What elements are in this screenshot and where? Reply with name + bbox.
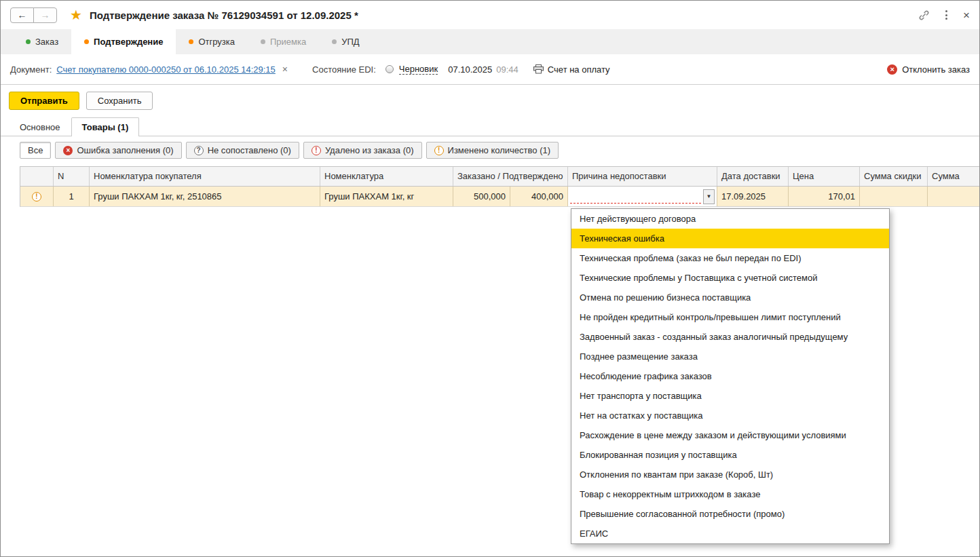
document-link[interactable]: Счет покупателю 0000-000250 от 06.10.202… [56, 64, 276, 75]
dropdown-option[interactable]: Товар с некорректным штрихкодом в заказе [571, 484, 889, 504]
titlebar-actions: × [918, 8, 970, 22]
print-invoice-button[interactable]: Счет на оплату [533, 64, 610, 75]
buyer-item-cell[interactable]: Груши ПАКХАМ 1кг, кг, 2510865 [90, 187, 320, 206]
get-link-icon[interactable] [918, 9, 930, 21]
row-number-cell: 1 [54, 187, 90, 206]
app-window: ← → ★ Подтверждение заказа № 76129034591… [0, 0, 980, 557]
dropdown-option[interactable]: Нет на остатках у поставщика [571, 406, 889, 425]
table-header-row: N Номенклатура покупателя Номенклатура З… [20, 166, 979, 187]
column-shortfall-reason[interactable]: Причина недопоставки [568, 167, 717, 186]
status-dot-orange [84, 39, 89, 44]
stage-tab-strip: Заказ Подтверждение Отгрузка Приемка УПД [1, 29, 979, 54]
status-dot-gray [261, 39, 265, 44]
printer-icon [533, 64, 544, 74]
dropdown-option[interactable]: Не пройден кредитный контроль/превышен л… [571, 307, 889, 327]
filter-unmatched-button[interactable]: ? Не сопоставлено (0) [186, 142, 299, 159]
stage-tab-label: Заказ [35, 37, 58, 47]
forward-button[interactable]: → [33, 7, 57, 23]
page-title: Подтверждение заказа № 76129034591 от 12… [90, 9, 358, 21]
arrow-right-icon: → [41, 9, 50, 20]
item-cell[interactable]: Груши ПАКХАМ 1кг, кг [320, 187, 453, 206]
dropdown-option[interactable]: Отмена по решению бизнеса поставщика [571, 288, 889, 307]
document-label: Документ: [10, 64, 52, 75]
dropdown-option[interactable]: Технические проблемы у Поставщика с учет… [571, 268, 889, 288]
ordered-qty-cell[interactable]: 500,000 [453, 187, 510, 206]
dropdown-option[interactable]: Расхождение в цене между заказом и дейст… [571, 425, 889, 445]
red-circle-exclamation-icon: ! [312, 146, 321, 155]
filter-label: Изменено количество (1) [448, 145, 550, 155]
price-cell[interactable]: 170,01 [789, 187, 860, 206]
table-row[interactable]: ! 1 Груши ПАКХАМ 1кг, кг, 2510865 Груши … [20, 187, 979, 207]
stage-tab-acceptance[interactable]: Приемка [248, 29, 319, 54]
orange-circle-exclamation-icon: ! [434, 146, 444, 155]
tab-goods[interactable]: Товары (1) [71, 117, 140, 136]
shortfall-reason-input[interactable] [570, 190, 701, 204]
stage-tab-order[interactable]: Заказ [13, 29, 71, 54]
filter-fill-error-button[interactable]: × Ошибка заполнения (0) [55, 142, 181, 159]
view-tab-strip: Основное Товары (1) [1, 115, 979, 136]
dropdown-option[interactable]: Превышение согласованной потребности (пр… [571, 504, 889, 524]
favorite-star-icon[interactable]: ★ [70, 8, 82, 22]
edi-status-link[interactable]: Черновик [399, 64, 438, 75]
orange-circle-exclamation-icon: ! [32, 192, 41, 201]
stage-tab-confirmation[interactable]: Подтверждение [71, 29, 176, 54]
tab-main[interactable]: Основное [9, 117, 71, 136]
dropdown-option[interactable]: Блокированная позиция у поставщика [571, 445, 889, 465]
status-dot-gray [332, 39, 337, 44]
reject-order-button[interactable]: × Отклонить заказ [887, 64, 970, 75]
print-invoice-label: Счет на оплату [548, 64, 610, 75]
reason-dropdown-list: Нет действующего договора Техническая ош… [571, 208, 890, 544]
circle-question-icon: ? [194, 146, 204, 155]
status-dot-orange [189, 39, 193, 44]
clear-document-icon[interactable]: × [282, 64, 288, 75]
reject-circle-x-icon: × [887, 64, 897, 75]
dropdown-option[interactable]: Нет транспорта у поставщика [571, 386, 889, 406]
stage-tab-label: Приемка [270, 37, 306, 47]
delivery-date-cell[interactable]: 17.09.2025 [717, 187, 789, 206]
filter-all-button[interactable]: Все [20, 142, 51, 159]
edi-status-dot [385, 65, 394, 73]
dropdown-option[interactable]: Несоблюдение графика заказов [571, 366, 889, 386]
column-discount-sum[interactable]: Сумма скидки [860, 167, 928, 186]
action-toolbar: Отправить Сохранить [1, 85, 979, 115]
title-bar: ← → ★ Подтверждение заказа № 76129034591… [1, 1, 979, 29]
send-button[interactable]: Отправить [9, 92, 79, 110]
filter-label: Не сопоставлено (0) [208, 145, 291, 155]
column-n[interactable]: N [54, 167, 90, 186]
dropdown-option[interactable]: Отклонения по квантам при заказе (Короб,… [571, 465, 889, 484]
column-sum[interactable]: Сумма [928, 167, 980, 186]
sum-cell[interactable]: 6 [928, 187, 980, 206]
back-button[interactable]: ← [10, 7, 34, 23]
close-icon[interactable]: × [963, 9, 970, 21]
column-item[interactable]: Номенклатура [320, 167, 453, 186]
column-price[interactable]: Цена [789, 167, 860, 186]
filter-label: Удалено из заказа (0) [325, 145, 414, 155]
nav-history-group: ← → [10, 7, 57, 23]
status-dot-green [26, 39, 31, 44]
stage-tab-upd[interactable]: УПД [319, 29, 372, 54]
stage-tab-label: УПД [341, 37, 359, 47]
shortfall-reason-cell[interactable]: ▼ [568, 187, 717, 206]
column-ordered-confirmed[interactable]: Заказано / Подтверждено [453, 167, 568, 186]
filter-removed-button[interactable]: ! Удалено из заказа (0) [303, 142, 422, 159]
dropdown-option[interactable]: Нет действующего договора [571, 209, 889, 229]
stage-tab-label: Подтверждение [94, 37, 163, 47]
dropdown-option[interactable]: Техническая проблема (заказ не был перед… [571, 248, 889, 268]
save-button[interactable]: Сохранить [86, 92, 153, 110]
dropdown-option-highlighted[interactable]: Техническая ошибка [571, 229, 889, 248]
filter-qty-changed-button[interactable]: ! Изменено количество (1) [426, 142, 559, 159]
dropdown-option[interactable]: ЕГАИС [571, 524, 889, 543]
row-status-cell: ! [20, 187, 54, 206]
combo-dropdown-button[interactable]: ▼ [703, 189, 715, 204]
red-circle-x-icon: × [63, 146, 73, 155]
filter-label: Ошибка заполнения (0) [77, 145, 173, 155]
dropdown-option[interactable]: Позднее размещение заказа [571, 347, 889, 366]
stage-tab-shipment[interactable]: Отгрузка [176, 29, 248, 54]
confirmed-qty-cell[interactable]: 400,000 [510, 187, 568, 206]
column-delivery-date[interactable]: Дата доставки [717, 167, 789, 186]
arrow-left-icon: ← [18, 9, 27, 20]
discount-sum-cell[interactable] [860, 187, 928, 206]
more-menu-icon[interactable] [943, 8, 949, 22]
column-buyer-item[interactable]: Номенклатура покупателя [90, 167, 320, 186]
dropdown-option[interactable]: Задвоенный заказ - созданный заказ анало… [571, 327, 889, 347]
